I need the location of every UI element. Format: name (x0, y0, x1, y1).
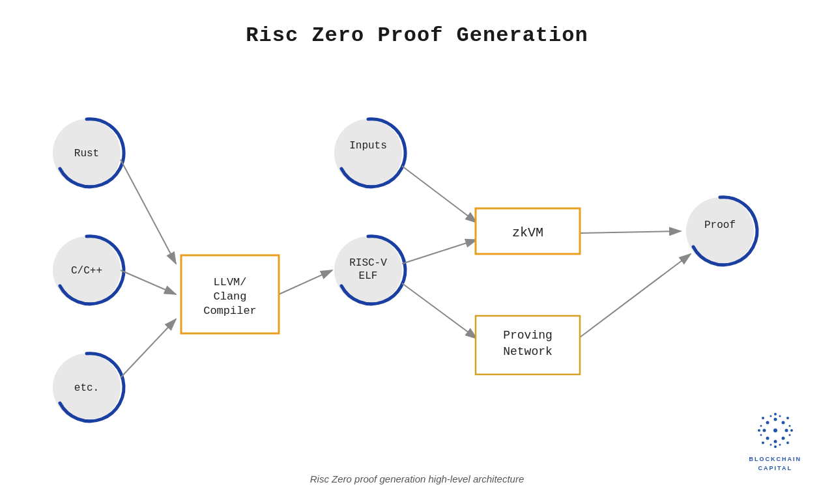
svg-point-32 (773, 428, 777, 432)
svg-point-52 (779, 444, 781, 446)
svg-line-15 (580, 254, 691, 337)
svg-text:Network: Network (503, 345, 553, 358)
svg-point-4 (334, 119, 402, 187)
svg-point-48 (762, 417, 764, 419)
svg-point-38 (790, 429, 793, 432)
svg-line-13 (402, 283, 477, 339)
svg-rect-27 (476, 208, 580, 254)
svg-point-55 (760, 425, 762, 427)
svg-point-47 (766, 421, 769, 425)
svg-line-9 (121, 319, 176, 378)
svg-text:Compiler: Compiler (203, 305, 257, 317)
svg-point-2 (53, 236, 121, 304)
svg-text:etc.: etc. (74, 382, 99, 394)
svg-point-5 (334, 236, 402, 304)
svg-point-49 (779, 415, 781, 417)
svg-point-40 (786, 441, 789, 444)
svg-line-10 (279, 270, 332, 294)
svg-point-33 (773, 418, 777, 421)
page-title: Risc Zero Proof Generation (0, 0, 834, 48)
logo-line1: BLOCKCHAIN (749, 456, 802, 462)
logo-star-icon (753, 408, 798, 453)
svg-text:Inputs: Inputs (349, 140, 387, 152)
svg-point-44 (762, 441, 764, 444)
svg-point-43 (766, 437, 769, 440)
svg-line-11 (402, 166, 477, 223)
svg-point-3 (53, 354, 121, 421)
svg-point-6 (686, 197, 754, 265)
blockchain-capital-logo: BLOCKCHAIN CAPITAL (749, 408, 802, 471)
svg-text:RISC-V: RISC-V (349, 257, 387, 269)
svg-point-51 (788, 434, 790, 436)
svg-point-35 (781, 421, 784, 425)
svg-line-12 (402, 240, 477, 264)
svg-point-50 (788, 425, 790, 427)
svg-text:Rust: Rust (74, 148, 99, 160)
svg-point-37 (784, 429, 788, 432)
svg-point-1 (53, 119, 121, 187)
svg-text:ELF: ELF (359, 270, 378, 282)
svg-line-8 (121, 270, 176, 294)
svg-text:C/C++: C/C++ (71, 265, 102, 277)
svg-point-56 (769, 415, 771, 417)
svg-text:Proving: Proving (503, 329, 553, 342)
svg-text:zkVM: zkVM (512, 225, 543, 240)
svg-point-45 (762, 429, 766, 432)
svg-text:Proof: Proof (704, 219, 736, 231)
svg-point-54 (760, 434, 762, 436)
svg-point-42 (774, 445, 777, 448)
diagram-svg: Rust C/C++ etc. Inputs RISC-V ELF Proof … (0, 65, 834, 469)
svg-point-41 (773, 440, 777, 443)
svg-point-36 (786, 417, 789, 419)
svg-rect-29 (476, 316, 580, 374)
svg-text:LLVM/: LLVM/ (213, 276, 246, 288)
svg-point-39 (781, 437, 784, 440)
logo-line2: CAPITAL (758, 465, 792, 471)
svg-text:Clang: Clang (213, 290, 246, 303)
svg-line-14 (580, 231, 681, 233)
diagram-area: Rust C/C++ etc. Inputs RISC-V ELF Proof … (0, 65, 834, 469)
svg-point-46 (758, 429, 760, 432)
svg-point-53 (769, 444, 771, 446)
svg-rect-23 (181, 255, 279, 333)
svg-point-34 (774, 413, 777, 415)
svg-line-7 (121, 160, 176, 264)
footer-caption: Risc Zero proof generation high-level ar… (310, 473, 525, 484)
